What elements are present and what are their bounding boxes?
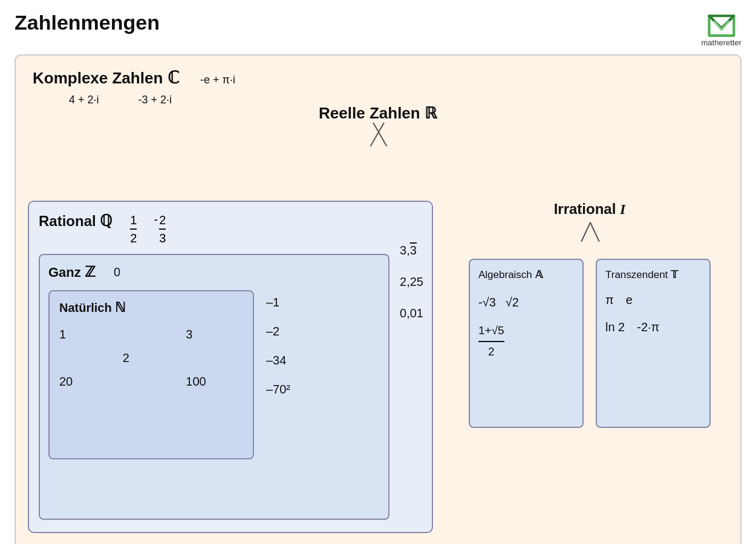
nat-num-2b: 2 <box>123 351 180 365</box>
alg-row1: -√3 √2 <box>478 293 574 311</box>
komplexe-label: Komplexe Zahlen ℂ <box>33 68 180 88</box>
trans-row2: ln 2 -2·π <box>605 320 701 334</box>
transzendent-title: Transzendent 𝕋 <box>605 268 701 281</box>
natuerlich-box: Natürlich ℕ 1 3 2 20 100 <box>48 290 254 459</box>
irr-branch-right <box>581 222 591 242</box>
trans-num-pi: π <box>605 293 614 307</box>
fraction-two-thirds-den: 3 <box>159 231 166 245</box>
golden-den: 2 <box>488 343 495 361</box>
ganz-box: Ganz ℤ 0 Natürlich ℕ 1 3 2 2 <box>39 254 389 520</box>
overline-3: 3 <box>410 244 417 257</box>
transzendent-box: Transzendent 𝕋 π e ln 2 -2·π <box>596 259 711 428</box>
logo-area: matheretter <box>702 11 741 47</box>
komplexe-example1: -e + π·i <box>200 74 235 86</box>
page: Zahlenmengen matheretter Komplexe Zahlen… <box>0 0 756 544</box>
alg-num-sqrt2: √2 <box>506 293 519 311</box>
fraction-half: 1 2 <box>130 213 137 245</box>
irrational-section: Irrational I Algebraisch 𝔸 -√3 √2 <box>451 201 728 428</box>
branch-line-left <box>373 123 387 147</box>
irrational-label: Irrational I <box>554 201 626 218</box>
ganz-num-m2: –2 <box>266 325 290 337</box>
natuerlich-title: Natürlich ℕ <box>59 300 243 316</box>
ganz-num-m34: –34 <box>266 354 290 366</box>
trans-num-ln2: ln 2 <box>605 320 625 334</box>
trans-numbers: π e ln 2 -2·π <box>605 293 701 334</box>
nat-num-1: 1 <box>59 328 117 342</box>
nat-num-blank2 <box>186 351 243 365</box>
ganz-example: 0 <box>114 265 120 279</box>
nat-num-100: 100 <box>186 375 243 389</box>
trans-num-e: e <box>626 293 633 307</box>
fraction-neg-two-thirds: - 2 3 <box>154 213 166 245</box>
content-row: Rational ℚ 1 2 - 2 3 <box>28 201 728 533</box>
ganz-title: Ganz ℤ <box>48 264 96 280</box>
reelle-section: Reelle Zahlen ℝ <box>16 104 740 156</box>
alg-num-msqrt3: -√3 <box>478 293 496 311</box>
branch-line-right <box>370 123 385 147</box>
golden-bar <box>478 341 504 342</box>
rational-header: Rational ℚ 1 2 - 2 3 <box>39 212 422 245</box>
header: Zahlenmengen matheretter <box>15 11 741 47</box>
irr-branch-left <box>590 222 600 242</box>
komplexe-header: Komplexe Zahlen ℂ -e + π·i <box>33 68 723 88</box>
fraction-half-den: 2 <box>130 231 137 245</box>
natuerlich-numbers: 1 3 2 20 100 <box>59 328 243 389</box>
golden-ratio: 1+√5 2 <box>478 322 504 360</box>
rational-title: Rational ℚ <box>39 212 112 230</box>
ganz-header: Ganz ℤ 0 <box>48 264 380 280</box>
fraction-two-thirds: 2 3 <box>159 213 166 245</box>
rat-num-225: 2,25 <box>400 276 423 288</box>
irrational-branch <box>499 222 680 253</box>
irr-boxes-row: Algebraisch 𝔸 -√3 √2 1+√5 2 <box>469 259 711 428</box>
alg-numbers: -√3 √2 1+√5 2 <box>478 293 574 360</box>
ganz-num-m70sq: –70² <box>266 383 290 395</box>
nat-num-blank3 <box>123 375 180 389</box>
ganz-right-numbers: –1 –2 –34 –70² <box>266 290 290 412</box>
page-title: Zahlenmengen <box>15 11 160 34</box>
trans-row1: π e <box>605 293 701 307</box>
golden-num: 1+√5 <box>478 322 504 340</box>
trans-num-m2pi: -2·π <box>637 320 659 334</box>
logo-label: matheretter <box>702 38 741 47</box>
svg-marker-1 <box>709 16 734 28</box>
reelle-branches <box>239 123 517 156</box>
outer-box: Komplexe Zahlen ℂ -e + π·i 4 + 2·i -3 + … <box>15 54 741 544</box>
algebraisch-box: Algebraisch 𝔸 -√3 √2 1+√5 2 <box>469 259 584 428</box>
fraction-half-bar <box>130 228 137 230</box>
rational-right-numbers: 3,3 2,25 0,01 <box>400 244 423 338</box>
rational-fractions: 1 2 - 2 3 <box>130 213 166 245</box>
fraction-neg-sign: - <box>154 213 158 227</box>
rat-num-33bar: 3,3 <box>400 244 423 256</box>
nat-num-20: 20 <box>59 375 117 389</box>
fraction-two-thirds-num: 2 <box>159 213 166 227</box>
reelle-label: Reelle Zahlen ℝ <box>319 104 437 123</box>
algebraisch-title: Algebraisch 𝔸 <box>478 268 574 281</box>
logo-icon <box>706 11 737 38</box>
rational-box: Rational ℚ 1 2 - 2 3 <box>28 201 433 533</box>
rat-num-001: 0,01 <box>400 307 423 319</box>
nat-num-blank <box>59 351 117 365</box>
nat-num-3: 3 <box>186 328 243 342</box>
fraction-half-num: 1 <box>130 213 137 227</box>
alg-row2: 1+√5 2 <box>478 322 574 360</box>
fraction-two-thirds-bar <box>159 228 166 230</box>
ganz-num-m1: –1 <box>266 296 290 308</box>
nat-num-2 <box>123 328 180 342</box>
